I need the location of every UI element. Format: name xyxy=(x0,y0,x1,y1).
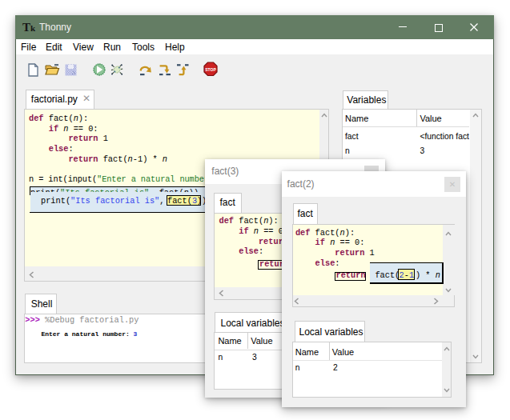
svg-text:STOP: STOP xyxy=(205,67,216,72)
